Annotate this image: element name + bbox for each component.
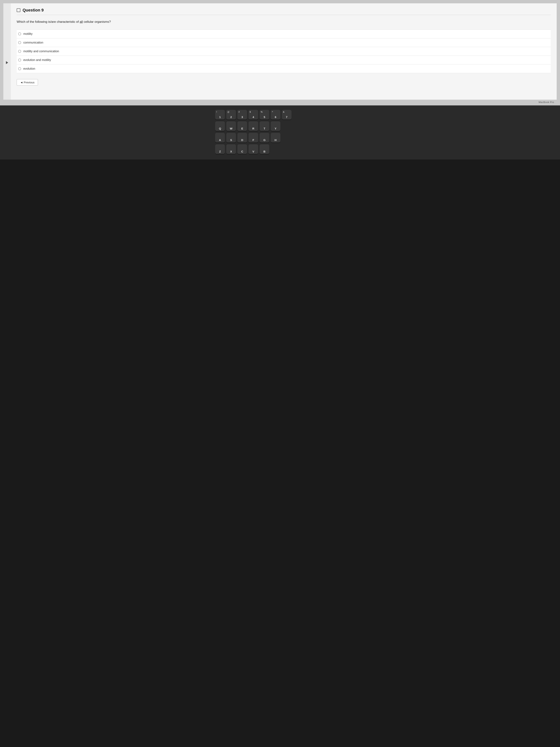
question-header: Question 9 xyxy=(17,8,551,15)
key-v[interactable]: V xyxy=(248,144,258,154)
option-label-evolution-motility: evolution and motility xyxy=(23,58,51,62)
option-label-evolution: evolution xyxy=(23,67,35,70)
key-5[interactable]: %5 xyxy=(260,110,269,120)
option-label-motility: motility xyxy=(23,32,33,35)
sidebar-arrow-icon xyxy=(6,61,8,64)
key-w[interactable]: W xyxy=(226,121,236,131)
key-g[interactable]: G xyxy=(260,133,269,143)
option-evolution[interactable]: evolution xyxy=(17,65,551,73)
option-motility-and-communication[interactable]: motility and communication xyxy=(17,47,551,56)
key-d[interactable]: D xyxy=(237,133,247,143)
sidebar xyxy=(3,3,11,100)
option-label-motility-communication: motility and communication xyxy=(23,50,59,53)
option-evolution-and-motility[interactable]: evolution and motility xyxy=(17,56,551,65)
key-3[interactable]: #3 xyxy=(237,110,247,120)
keyboard-row-zxcv: Z X C V B xyxy=(215,144,345,154)
key-s[interactable]: S xyxy=(226,133,236,143)
key-c[interactable]: C xyxy=(237,144,247,154)
options-list: motility communication motility and comm… xyxy=(17,29,551,73)
key-e[interactable]: E xyxy=(237,121,247,131)
option-motility[interactable]: motility xyxy=(17,30,551,38)
key-r[interactable]: R xyxy=(248,121,258,131)
prev-button-container: ◄ Previous xyxy=(17,79,551,89)
keyboard-row-asdf: A S D F G H xyxy=(215,133,345,143)
key-4[interactable]: $4 xyxy=(248,110,258,120)
key-y[interactable]: Y xyxy=(271,121,281,131)
option-label-communication: communication xyxy=(23,41,43,44)
screen-content: Question 9 Which of the following is/are… xyxy=(11,3,557,100)
key-2[interactable]: @2 xyxy=(226,110,236,120)
key-a[interactable]: A xyxy=(215,133,225,143)
key-7[interactable]: &7 xyxy=(282,110,292,120)
checkbox-icon xyxy=(17,8,20,12)
radio-motility-communication[interactable] xyxy=(18,50,21,53)
key-q[interactable]: Q xyxy=(215,121,225,131)
radio-evolution-motility[interactable] xyxy=(18,58,21,61)
key-h[interactable]: H xyxy=(271,133,281,143)
macbook-label: MacBook Pro xyxy=(0,100,560,105)
keyboard-row-qwerty: Q W E R T Y xyxy=(215,121,345,131)
screen-inner: Question 9 Which of the following is/are… xyxy=(3,3,557,100)
key-x[interactable]: X xyxy=(226,144,236,154)
keyboard-row-numbers: !1 @2 #3 $4 %5 ^6 &7 xyxy=(215,110,345,120)
key-6[interactable]: ^6 xyxy=(271,110,281,120)
key-t[interactable]: T xyxy=(260,121,269,131)
key-b[interactable]: B xyxy=(260,144,269,154)
radio-evolution[interactable] xyxy=(18,67,21,70)
radio-motility[interactable] xyxy=(18,32,21,35)
question-text: Which of the following is/are characteri… xyxy=(17,20,551,24)
key-f[interactable]: F xyxy=(248,133,258,143)
previous-button[interactable]: ◄ Previous xyxy=(17,79,38,85)
key-1[interactable]: !1 xyxy=(215,110,225,120)
option-communication[interactable]: communication xyxy=(17,38,551,47)
laptop-screen: Question 9 Which of the following is/are… xyxy=(0,0,560,100)
radio-communication[interactable] xyxy=(18,41,21,44)
keyboard-area: !1 @2 #3 $4 %5 ^6 &7 Q W E R T Y A S D F… xyxy=(0,105,560,159)
key-z[interactable]: Z xyxy=(215,144,225,154)
question-title: Question 9 xyxy=(23,8,44,12)
